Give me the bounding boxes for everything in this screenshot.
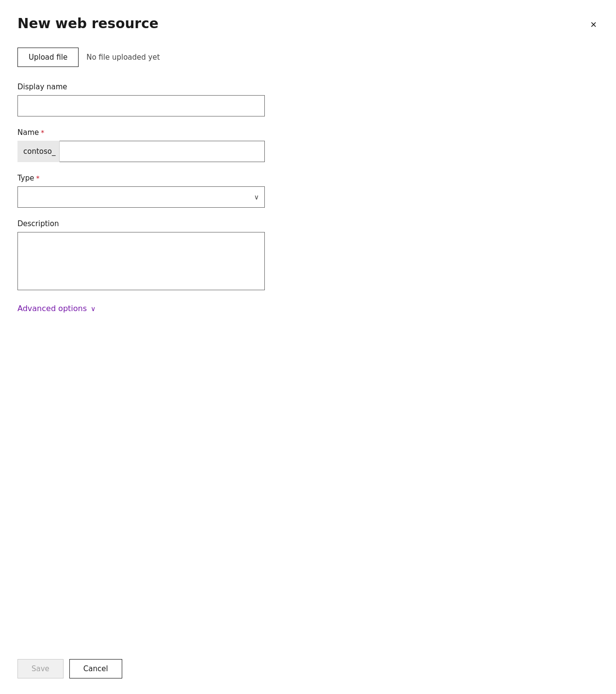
type-label-row: Type * [17, 174, 599, 182]
name-label-text: Name [17, 128, 39, 137]
upload-file-button[interactable]: Upload file [17, 48, 79, 67]
name-input-wrapper: contoso_ [17, 141, 265, 162]
no-file-status: No file uploaded yet [86, 53, 160, 62]
display-name-label: Display name [17, 83, 599, 91]
form-section: Upload file No file uploaded yet Display… [17, 48, 599, 480]
display-name-group: Display name [17, 83, 599, 116]
close-button[interactable]: × [588, 17, 599, 32]
type-required-star: * [36, 174, 39, 182]
name-input[interactable] [17, 141, 265, 162]
type-label-text: Type [17, 174, 34, 182]
dialog-header: New web resource × [17, 16, 599, 32]
save-button[interactable]: Save [17, 659, 64, 678]
type-group: Type * ∨ [17, 174, 599, 208]
type-select[interactable] [17, 186, 265, 208]
upload-row: Upload file No file uploaded yet [17, 48, 599, 67]
spacer [17, 480, 599, 648]
dialog-title: New web resource [17, 16, 159, 32]
cancel-button[interactable]: Cancel [69, 659, 122, 678]
new-web-resource-dialog: New web resource × Upload file No file u… [0, 0, 616, 694]
type-select-wrapper: ∨ [17, 186, 265, 208]
advanced-options-toggle[interactable]: Advanced options ∨ [17, 304, 96, 313]
display-name-input[interactable] [17, 95, 265, 116]
dialog-footer: Save Cancel [17, 647, 599, 678]
description-group: Description [17, 219, 599, 292]
description-label: Description [17, 219, 599, 228]
name-required-star: * [41, 129, 44, 136]
advanced-options-chevron-icon: ∨ [91, 305, 96, 313]
name-group: Name * contoso_ [17, 128, 599, 162]
name-label-row: Name * [17, 128, 599, 137]
advanced-options-label: Advanced options [17, 304, 87, 313]
description-textarea[interactable] [17, 232, 265, 290]
